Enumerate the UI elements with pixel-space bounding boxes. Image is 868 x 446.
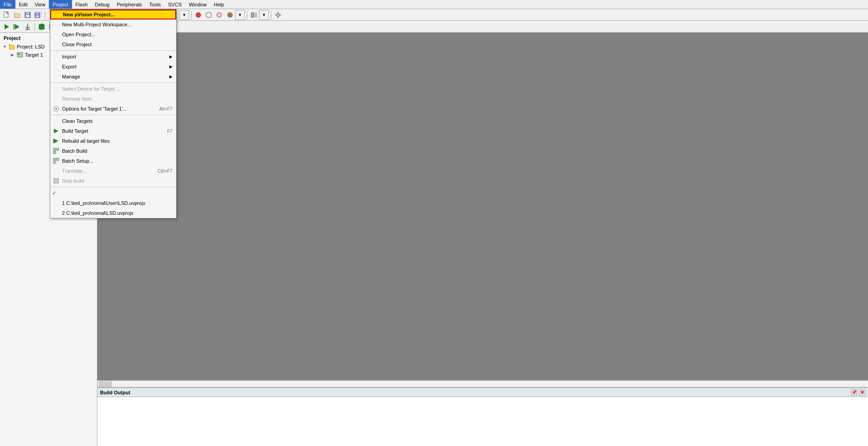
menu-rebuild-all[interactable]: Rebuild all target files — [50, 136, 176, 146]
start-debug-tb-button[interactable] — [37, 22, 47, 32]
stop-debug-button[interactable] — [204, 10, 214, 20]
menu-view[interactable]: View — [31, 0, 49, 9]
menu-translate: Translate... Ctrl+F7 — [50, 166, 176, 176]
build-output-body[interactable] — [97, 397, 868, 446]
open-project-label: Open Project... — [62, 32, 95, 37]
menu-batch-setup[interactable]: Batch Setup... — [50, 156, 176, 166]
svg-rect-54 — [57, 158, 59, 160]
menu-import[interactable]: Import ▶ — [50, 52, 176, 62]
batch-build-icon — [52, 147, 60, 155]
menu-help[interactable]: Help — [210, 0, 228, 9]
svg-rect-6 — [36, 13, 38, 14]
svg-marker-38 — [5, 24, 9, 29]
menu-tools[interactable]: Tools — [146, 0, 165, 9]
menu-batch-build[interactable]: Batch Build — [50, 146, 176, 156]
download-tb-button[interactable] — [23, 22, 33, 32]
view-toggle-button[interactable] — [249, 10, 259, 20]
svg-rect-52 — [53, 151, 56, 154]
toolbar-sep-7 — [191, 11, 192, 19]
expand-arrow-project: ▼ — [3, 44, 8, 49]
batch-setup-label: Batch Setup... — [62, 158, 93, 164]
recent-2-label: 1 C:\keil_pro\nomal\User\LSD.uvprojx — [62, 200, 145, 206]
svg-marker-48 — [54, 139, 58, 143]
view-dropdown-button[interactable]: ▼ — [259, 10, 269, 20]
menu-manage[interactable]: Manage ▶ — [50, 72, 176, 82]
target-icon — [16, 51, 24, 58]
svg-rect-53 — [53, 158, 56, 160]
svg-rect-45 — [18, 53, 20, 55]
svg-rect-51 — [57, 148, 59, 150]
svg-marker-39 — [15, 24, 19, 29]
recent-3-label: 2 C:\keil_pro\nomal\LSD.uvprojx — [62, 210, 134, 216]
new-file-button[interactable] — [2, 10, 12, 20]
menu-open-project[interactable]: Open Project... — [50, 29, 176, 39]
new-multi-project-label: New Multi-Project Workspace... — [62, 22, 131, 27]
close-project-label: Close Project — [62, 42, 91, 47]
menu-new-multi-project[interactable]: New Multi-Project Workspace... — [50, 19, 176, 29]
svg-point-46 — [55, 108, 57, 110]
menu-stop-build: Stop build — [50, 176, 176, 186]
menu-recent-3[interactable]: 2 C:\keil_pro\nomal\LSD.uvprojx — [50, 208, 176, 218]
menu-export[interactable]: Export ▶ — [50, 62, 176, 72]
run-button[interactable] — [225, 10, 235, 20]
svg-point-31 — [206, 12, 211, 18]
options-for-target-icon — [52, 105, 60, 113]
menu-window[interactable]: Window — [185, 0, 210, 9]
menu-select-device: Select Device for Target ... — [50, 84, 176, 94]
project-dropdown-menu: New µVision Project... New Multi-Project… — [50, 9, 177, 218]
build-target-tb-button[interactable] — [2, 22, 12, 32]
build-target-shortcut: F7 — [167, 129, 173, 134]
start-debug-button[interactable] — [193, 10, 203, 20]
save-all-button[interactable] — [33, 10, 43, 20]
menu-edit[interactable]: Edit — [15, 0, 31, 9]
menu-close-project[interactable]: Close Project — [50, 39, 176, 49]
menu-svcs[interactable]: SVCS — [164, 0, 185, 9]
rebuild-tb-button[interactable] — [12, 22, 22, 32]
build-output-pin-button[interactable]: 📌 — [851, 389, 857, 396]
export-arrow: ▶ — [169, 64, 173, 69]
menu-options-for-target[interactable]: Options for Target 'Target 1'... Alt+F7 — [50, 104, 176, 114]
tools-button[interactable] — [273, 10, 283, 20]
menu-recent-2[interactable]: 1 C:\keil_pro\nomal\User\LSD.uvprojx — [50, 198, 176, 208]
menu-recent-1[interactable]: ✓ — [50, 188, 176, 198]
reset-button[interactable] — [214, 10, 224, 20]
select-device-label: Select Device for Target ... — [62, 86, 120, 92]
save-button[interactable] — [23, 10, 33, 20]
svg-rect-36 — [254, 13, 257, 17]
manage-label: Manage — [62, 74, 80, 79]
menu-sep-2 — [50, 82, 176, 83]
menu-sep-3 — [50, 115, 176, 115]
svg-rect-4 — [26, 15, 29, 17]
clean-targets-label: Clean Targets — [62, 118, 93, 124]
menu-sep-4 — [50, 187, 176, 187]
hscrollbar[interactable] — [97, 380, 868, 387]
translate-shortcut: Ctrl+F7 — [158, 169, 173, 174]
options-for-target-label: Options for Target 'Target 1'... — [62, 106, 127, 112]
menu-flash[interactable]: Flash — [72, 0, 91, 9]
new-uvision-project-label: New µVision Project... — [63, 12, 115, 17]
toolbar-sep-8 — [247, 11, 247, 19]
menu-clean-targets[interactable]: Clean Targets — [50, 116, 176, 126]
svg-point-37 — [277, 14, 279, 16]
options-for-target-shortcut: Alt+F7 — [159, 107, 173, 112]
batch-build-label: Batch Build — [62, 148, 87, 154]
open-file-button[interactable] — [12, 10, 22, 20]
run-dropdown-button[interactable]: ▼ — [235, 10, 245, 20]
menu-sep-1 — [50, 50, 176, 51]
menu-debug[interactable]: Debug — [91, 0, 113, 9]
menu-peripherals[interactable]: Peripherals — [113, 0, 146, 9]
menu-project[interactable]: Project — [49, 0, 72, 9]
hscroll-thumb[interactable] — [98, 381, 112, 387]
menu-new-uvision-project[interactable]: New µVision Project... — [50, 10, 176, 19]
menu-build-target[interactable]: Build Target F7 — [50, 126, 176, 136]
editor-area: Build Output 📌 ✕ — [97, 33, 868, 446]
svg-marker-47 — [54, 129, 58, 133]
stop-build-label: Stop build — [62, 178, 84, 184]
search-dropdown-button[interactable]: ▼ — [179, 10, 189, 20]
svg-rect-55 — [53, 161, 56, 164]
translate-label: Translate... — [62, 168, 87, 174]
menu-file[interactable]: File — [0, 0, 15, 9]
svg-rect-56 — [54, 179, 58, 183]
build-output-close-button[interactable]: ✕ — [859, 389, 865, 396]
svg-rect-3 — [26, 12, 29, 14]
